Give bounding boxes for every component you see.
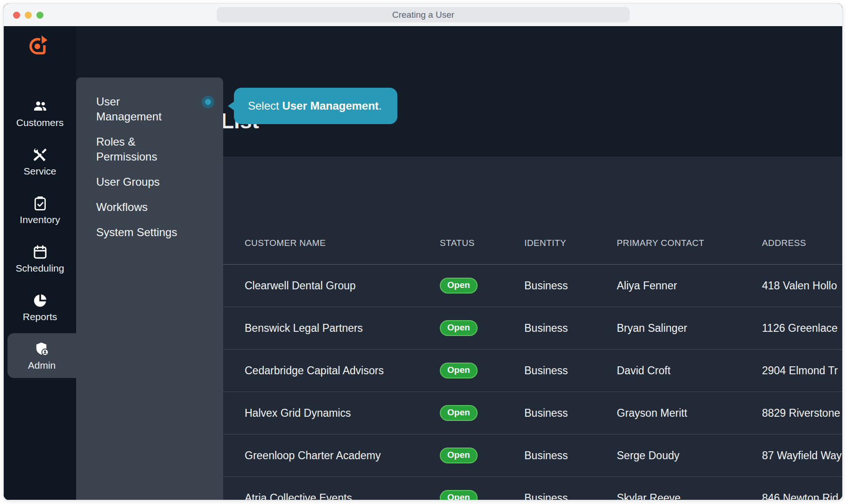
identity-cell: Business (524, 492, 568, 501)
primary-contact-cell: David Croft (617, 364, 670, 377)
column-header-customer-name: CUSTOMER NAME (245, 238, 326, 248)
identity-cell: Business (524, 407, 568, 420)
identity-cell: Business (524, 280, 568, 292)
app-window: Creating a User List Customers Service (3, 3, 843, 500)
sidebar-item[interactable]: Admin (7, 333, 76, 378)
window-titlebar: Creating a User (4, 4, 842, 26)
address-cell: 418 Valen Hollo (762, 280, 837, 292)
pie-chart-icon (32, 292, 49, 309)
flyout-menu-item[interactable]: System Settings (96, 225, 183, 240)
sidebar-item[interactable]: Customers (4, 91, 76, 135)
flyout-menu-item[interactable]: User Groups (96, 175, 183, 189)
primary-contact-cell: Bryan Salinger (617, 322, 687, 335)
status-badge: Open (440, 490, 478, 500)
sidebar-item-label: Scheduling (16, 263, 64, 274)
customer-name-cell: Halvex Grid Dynamics (245, 407, 351, 420)
sidebar-item[interactable]: Reports (4, 285, 76, 329)
flyout-menu-item[interactable]: User Management (96, 94, 183, 124)
primary-contact-cell: Skylar Reeve (617, 492, 681, 501)
window-title-pill: Creating a User (217, 7, 630, 22)
status-cell: Open (440, 278, 478, 294)
status-cell: Open (440, 320, 478, 336)
people-icon (32, 98, 49, 115)
status-cell: Open (440, 490, 478, 500)
status-badge: Open (440, 278, 478, 294)
flyout-menu-item[interactable]: Workflows (96, 200, 183, 215)
column-header-status: STATUS (440, 238, 475, 248)
customer-name-cell: Atria Collective Events (245, 492, 352, 501)
status-badge: Open (440, 405, 478, 421)
app-main: List Customers Service Inventory (4, 26, 842, 500)
orange-rotate-logo-icon (26, 35, 49, 57)
sidebar-item[interactable]: Scheduling (4, 236, 76, 281)
sidebar-item-label: Admin (28, 360, 56, 371)
sidebar-item-label: Inventory (20, 214, 60, 225)
address-cell: 846 Newton Rid (762, 492, 839, 501)
sidebar-item-label: Service (23, 166, 56, 177)
close-window-button[interactable] (13, 12, 20, 19)
sidebar-nav: Customers Service Inventory Scheduling R… (4, 26, 76, 500)
column-header-primary-contact: PRIMARY CONTACT (617, 238, 705, 248)
identity-cell: Business (524, 449, 568, 462)
customer-name-cell: Greenloop Charter Academy (245, 449, 381, 462)
tooltip-arrow-icon (228, 101, 234, 111)
sidebar-item-label: Customers (16, 117, 64, 128)
status-badge: Open (440, 448, 478, 463)
coachmark-hotspot[interactable] (202, 96, 214, 108)
customer-name-cell: Cedarbridge Capital Advisors (245, 364, 384, 377)
admin-flyout-menu: User ManagementRoles & PermissionsUser G… (76, 77, 223, 500)
shield-user-icon (34, 341, 50, 357)
customer-name-cell: Clearwell Dental Group (245, 280, 356, 292)
sidebar-item-label: Reports (23, 311, 57, 322)
flyout-menu-item[interactable]: Roles & Permissions (96, 134, 183, 164)
calendar-icon (32, 244, 49, 260)
primary-contact-cell: Grayson Meritt (617, 407, 687, 420)
status-badge: Open (440, 320, 478, 336)
sidebar-item[interactable]: Inventory (4, 188, 76, 232)
window-title: Creating a User (392, 10, 454, 20)
address-cell: 87 Wayfield Way (762, 449, 842, 462)
primary-contact-cell: Aliya Fenner (617, 280, 677, 292)
status-badge: Open (440, 363, 478, 378)
identity-cell: Business (524, 322, 568, 335)
customer-name-cell: Benswick Legal Partners (245, 322, 363, 335)
tooltip-text: Select User Management. (248, 99, 382, 112)
crossed-tools-icon (32, 147, 49, 163)
minimize-window-button[interactable] (25, 12, 32, 19)
primary-contact-cell: Serge Doudy (617, 449, 679, 462)
address-cell: 2904 Elmond Tr (762, 364, 838, 377)
zoom-window-button[interactable] (36, 12, 43, 19)
status-cell: Open (440, 363, 478, 378)
brand-logo-button[interactable] (26, 35, 49, 58)
status-cell: Open (440, 405, 478, 421)
sidebar-item[interactable]: Service (4, 139, 76, 184)
address-cell: 1126 Greenlace (762, 322, 838, 335)
column-header-identity: IDENTITY (524, 238, 566, 248)
column-header-address: ADDRESS (762, 238, 806, 248)
status-cell: Open (440, 448, 478, 463)
clipboard-check-icon (32, 195, 49, 212)
identity-cell: Business (524, 364, 568, 377)
address-cell: 8829 Riverstone (762, 407, 840, 420)
coachmark-tooltip: Select User Management. (234, 88, 397, 124)
